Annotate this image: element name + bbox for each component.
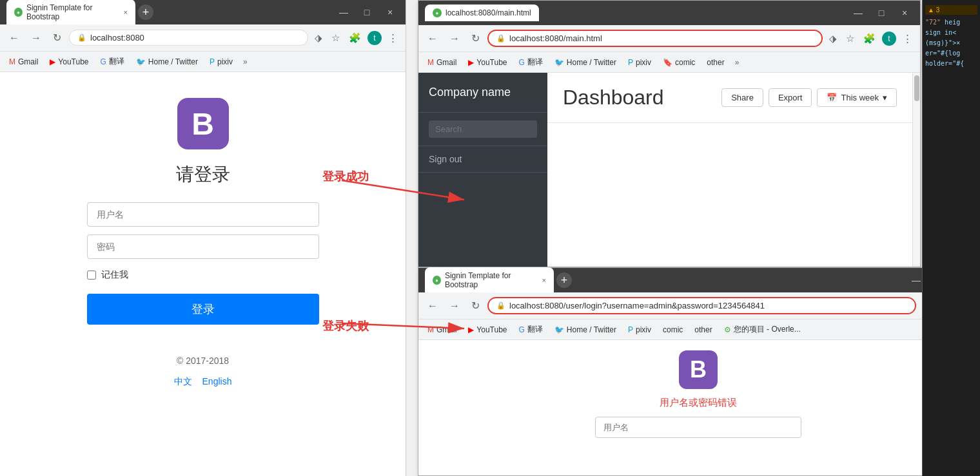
err-twitter-icon: 🐦 [554, 325, 564, 334]
dash-gmail-icon: M [427, 58, 434, 67]
error-forward[interactable]: → [446, 298, 464, 314]
error-new-tab[interactable]: + [556, 272, 572, 288]
dash-close[interactable]: × [896, 4, 914, 22]
dashboard-address-bar[interactable]: 🔒 localhost:8080/main.html [487, 30, 823, 47]
maximize-button[interactable]: □ [358, 3, 376, 21]
dash-bm-pixiv[interactable]: P pixiv [624, 57, 655, 68]
dash-bm-gmail[interactable]: M Gmail [424, 57, 460, 68]
minimize-button[interactable]: — [335, 3, 353, 21]
menu-icon[interactable]: ⋮ [386, 30, 400, 46]
devtools-line-1: "72" heig [925, 17, 977, 28]
dash-other-label: other [707, 58, 724, 67]
err-bm-twitter[interactable]: 🐦 Home / Twitter [551, 324, 620, 336]
gmail-icon: M [9, 57, 15, 66]
lang-en-link[interactable]: English [202, 376, 232, 388]
err-translate-icon: G [519, 325, 525, 334]
devtools-line-4: er="#{log [925, 48, 977, 59]
scroll-thumb[interactable] [914, 75, 919, 101]
lang-zh-link[interactable]: 中文 [174, 376, 192, 388]
dashboard-main-area: Dashboard Share Export 📅 This week ▾ [547, 73, 912, 267]
password-input[interactable] [87, 234, 319, 259]
dashboard-tab-label: localhost:8080/main.html [446, 8, 531, 17]
bookmark-pixiv[interactable]: P pixiv [206, 56, 237, 68]
scrollbar[interactable] [912, 73, 920, 267]
left-tab-close[interactable]: × [124, 8, 128, 16]
dash-more-bookmarks[interactable]: » [735, 58, 740, 67]
bookmark-youtube-label: YouTube [58, 57, 88, 66]
dash-back[interactable]: ← [424, 30, 442, 47]
dash-maximize[interactable]: □ [872, 4, 890, 22]
reload-button[interactable]: ↻ [49, 29, 65, 46]
err-project-label: 您的项目 - Overle... [734, 324, 801, 335]
err-bm-project[interactable]: ⚙ 您的项目 - Overle... [720, 323, 805, 336]
extensions-icon[interactable]: 🧩 [346, 30, 364, 46]
star-icon[interactable]: ☆ [329, 30, 342, 46]
bookmark-youtube[interactable]: ▶ YouTube [46, 56, 92, 68]
company-name: Company name [418, 73, 547, 113]
profile-icon[interactable]: t [368, 31, 382, 45]
dashboard-tab[interactable]: ● localhost:8080/main.html [425, 5, 539, 21]
dash-twitter-label: Home / Twitter [567, 58, 616, 67]
dash-minimize[interactable]: — [849, 4, 867, 22]
err-bm-youtube[interactable]: ▶ YouTube [464, 324, 511, 336]
new-tab-button[interactable]: + [138, 5, 153, 20]
bookmark-twitter[interactable]: 🐦 Home / Twitter [132, 56, 202, 68]
dash-star[interactable]: ☆ [843, 30, 857, 47]
bookmark-gmail[interactable]: M Gmail [5, 56, 42, 68]
dash-forward[interactable]: → [446, 30, 464, 47]
bookmark-translate[interactable]: G 翻译 [97, 55, 128, 68]
remember-checkbox[interactable] [87, 271, 96, 280]
remember-me-row: 记住我 [87, 267, 319, 283]
dash-bm-other[interactable]: other [703, 57, 728, 68]
back-button[interactable]: ← [5, 30, 23, 46]
error-tab-label: Signin Template for Bootstrap [445, 271, 538, 289]
username-input[interactable] [87, 202, 319, 227]
error-tab[interactable]: ● Signin Template for Bootstrap × [425, 267, 554, 293]
error-reload[interactable]: ↻ [467, 297, 484, 314]
dash-bm-twitter[interactable]: 🐦 Home / Twitter [551, 57, 620, 68]
close-button[interactable]: × [381, 3, 399, 21]
err-bm-translate[interactable]: G 翻译 [515, 323, 547, 336]
left-tab[interactable]: ● Signin Template for Bootstrap × [6, 0, 135, 25]
dash-bm-youtube[interactable]: ▶ YouTube [464, 57, 511, 68]
dashboard-window-controls: — □ × [849, 4, 914, 22]
error-bootstrap-logo: B [679, 350, 718, 389]
screenshot-icon[interactable]: ⬗ [312, 30, 325, 46]
error-tab-close[interactable]: × [542, 276, 546, 284]
this-week-button[interactable]: 📅 This week ▾ [817, 88, 897, 107]
error-username-input[interactable] [595, 417, 801, 438]
error-tab-area: ● Signin Template for Bootstrap × + [425, 267, 572, 293]
err-bm-other[interactable]: other [691, 324, 716, 336]
share-button[interactable]: Share [721, 88, 763, 107]
err-bm-gmail[interactable]: M Gmail [424, 324, 460, 336]
dash-bm-translate[interactable]: G 翻译 [515, 55, 547, 69]
login-page: B 请登录 记住我 登录 © 2017-2018 中文 English [0, 72, 406, 476]
dash-profile[interactable]: t [882, 32, 896, 46]
error-address-bar[interactable]: 🔒 localhost:8080/user/login?username=adm… [487, 297, 916, 314]
dash-extensions[interactable]: 🧩 [861, 30, 878, 47]
more-bookmarks-button[interactable]: » [243, 57, 248, 66]
bookmark-translate-label: 翻译 [109, 56, 124, 67]
dash-lock-icon: 🔒 [496, 34, 505, 43]
left-toolbar: ← → ↻ 🔒 localhost:8080 ⬗ ☆ 🧩 t ⋮ [0, 24, 406, 52]
dash-menu[interactable]: ⋮ [900, 30, 915, 47]
dashboard-browser-window: ● localhost:8080/main.html — □ × ← → ↻ 🔒… [418, 0, 921, 267]
login-form: 记住我 登录 [87, 202, 319, 325]
translate-icon: G [101, 57, 106, 66]
sidebar-search-input[interactable] [429, 120, 537, 138]
error-back[interactable]: ← [424, 298, 442, 314]
err-bm-comic[interactable]: comic [659, 324, 687, 336]
err-bm-pixiv[interactable]: P pixiv [624, 324, 655, 336]
dash-screenshot[interactable]: ⬗ [827, 30, 839, 47]
dash-bm-comic[interactable]: 🔖 comic [659, 57, 699, 68]
dashboard-sidebar: Company name Sign out [418, 73, 547, 267]
error-favicon: ● [433, 276, 441, 285]
left-address-bar[interactable]: 🔒 localhost:8080 [69, 30, 308, 46]
dashboard-header: Dashboard Share Export 📅 This week ▾ [547, 73, 912, 123]
export-button[interactable]: Export [769, 88, 812, 107]
forward-button[interactable]: → [27, 30, 45, 46]
login-button[interactable]: 登录 [87, 294, 319, 325]
dash-reload[interactable]: ↻ [467, 30, 484, 47]
dashboard-content: Company name Sign out Dashboard Share Ex… [418, 73, 920, 267]
sidebar-signout[interactable]: Sign out [418, 146, 547, 173]
